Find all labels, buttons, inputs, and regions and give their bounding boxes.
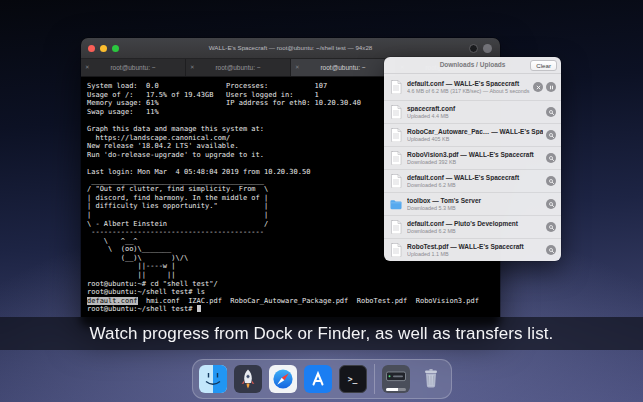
zoom-window-button[interactable] (112, 45, 119, 52)
transfer-row[interactable]: RoboTest.pdf — WALL-E's Spacecraft Uploa… (384, 239, 561, 261)
terminal-ls-output: default.conf hmi.conf IZAC.pdf RoboCar_A… (87, 297, 494, 306)
x-icon (535, 84, 542, 91)
window-titlebar[interactable]: WALL-E's Spacecraft — root@ubuntu: ~/she… (81, 38, 500, 59)
trash-dock-icon[interactable] (417, 365, 445, 393)
transfers-popover: Downloads / Uploads Clear default.conf —… (384, 57, 561, 261)
clear-button[interactable]: Clear (530, 60, 557, 71)
document-icon (390, 151, 402, 165)
document-icon (390, 243, 402, 257)
reveal-button[interactable] (546, 245, 556, 255)
pause-transfer-button[interactable] (546, 82, 556, 92)
document-icon (390, 80, 402, 94)
folder-icon (390, 199, 402, 210)
cancel-transfer-button[interactable] (533, 82, 543, 92)
traffic-lights (88, 45, 119, 52)
window-title: WALL-E's Spacecraft — root@ubuntu: ~/she… (111, 38, 470, 58)
transfer-name: RoboCar_Autoware_Pac… — WALL-E's Spacecr… (407, 128, 543, 135)
titlebar-icons (469, 44, 492, 53)
transfer-status: Downloaded 6.2 MB (407, 182, 543, 188)
transfer-name: default.conf — WALL-E's Spacecraft (407, 174, 543, 181)
transfer-row[interactable]: RoboCar_Autoware_Pac… — WALL-E's Spacecr… (384, 124, 561, 147)
transfer-name: default.conf — WALL-E's Spacecraft (407, 80, 530, 87)
terminal-dock-icon[interactable]: >_ (339, 365, 367, 393)
document-icon (390, 105, 402, 119)
terminal-line: ||----w | (87, 262, 494, 271)
minimize-window-button[interactable] (100, 45, 107, 52)
transfer-row[interactable]: default.conf — Pluto's Development Downl… (384, 216, 561, 239)
pause-icon (548, 84, 555, 91)
close-window-button[interactable] (88, 45, 95, 52)
tab-label: root@ubuntu: ~ (320, 64, 365, 71)
drive-dock-icon[interactable] (382, 365, 410, 393)
transfer-status: Downloaded 5.3 MB (407, 205, 543, 211)
document-icon (390, 128, 402, 142)
tab-label: root@ubuntu: ~ (110, 64, 155, 71)
transfer-row[interactable]: toolbox — Tom's Server Downloaded 5.3 MB (384, 193, 561, 216)
tab-3[interactable]: ✕ root@ubuntu: ~ (291, 59, 396, 76)
magnifier-icon (548, 201, 555, 208)
dock: >_ (192, 359, 452, 399)
reveal-button[interactable] (546, 222, 556, 232)
transfer-name: spacecraft.conf (407, 105, 543, 112)
reveal-button[interactable] (546, 199, 556, 209)
tab-1[interactable]: ✕ root@ubuntu: ~ (81, 59, 186, 76)
transfer-name: default.conf — Pluto's Development (407, 220, 543, 227)
document-icon (390, 174, 402, 188)
terminal-line: || || (87, 271, 494, 280)
document-icon (390, 220, 402, 234)
magnifier-icon (548, 109, 555, 116)
transfer-row[interactable]: RoboVision3.pdf — WALL-E's Spacecraft Do… (384, 147, 561, 170)
transfer-status: Downloaded 6.2 MB (407, 228, 543, 234)
transfer-status: Uploaded 4.4 MB (407, 113, 543, 119)
transfer-name: RoboTest.pdf — WALL-E's Spacecraft (407, 243, 543, 250)
terminal-prompt-line: root@ubuntu:~/shell test# (87, 305, 494, 314)
terminal-cursor (197, 305, 201, 312)
transfer-row[interactable]: default.conf — WALL-E's Spacecraft 4.6 M… (384, 74, 561, 101)
reveal-button[interactable] (546, 153, 556, 163)
transfer-row[interactable]: default.conf — WALL-E's Spacecraft Downl… (384, 170, 561, 193)
caption-text: Watch progress from Dock or Finder, as w… (90, 324, 554, 344)
transfers-toolbar-icon[interactable] (483, 44, 492, 53)
tab-2[interactable]: ✕ root@ubuntu: ~ (186, 59, 291, 76)
prompt-text: root@ubuntu:~/shell test# (87, 305, 197, 313)
ls-selected-file: default.conf (87, 297, 138, 305)
terminal-line: root@ubuntu:~# cd "shell test"/ (87, 280, 494, 289)
magnifier-icon (548, 155, 555, 162)
reveal-button[interactable] (546, 176, 556, 186)
app-store-dock-icon[interactable] (304, 365, 332, 393)
magnifier-icon (548, 224, 555, 231)
transfer-status: Uploaded 405 KB (407, 136, 543, 142)
tab-label: root@ubuntu: ~ (215, 64, 260, 71)
transfer-status: Downloaded 392 KB (407, 159, 543, 165)
launchpad-dock-icon[interactable] (234, 365, 262, 393)
transfer-row[interactable]: spacecraft.conf Uploaded 4.4 MB (384, 101, 561, 124)
transfer-status: 4.6 MB of 6.2 MB (317 KB/sec) — About 5 … (407, 88, 530, 94)
caption-band: Watch progress from Dock or Finder, as w… (0, 317, 643, 350)
transfer-name: RoboVision3.pdf — WALL-E's Spacecraft (407, 151, 543, 158)
tab-close-icon[interactable]: ✕ (295, 65, 300, 71)
terminal-line: root@ubuntu:~/shell test# ls (87, 288, 494, 297)
magnifier-icon (548, 178, 555, 185)
reveal-button[interactable] (546, 107, 556, 117)
finder-dock-icon[interactable] (199, 365, 227, 393)
dock-separator (374, 364, 375, 394)
ls-rest: hmi.conf IZAC.pdf RoboCar_Autoware_Packa… (138, 297, 479, 305)
transfer-name: toolbox — Tom's Server (407, 197, 543, 204)
transfers-list: default.conf — WALL-E's Spacecraft 4.6 M… (384, 74, 561, 261)
safari-dock-icon[interactable] (269, 365, 297, 393)
tab-close-icon[interactable]: ✕ (190, 65, 195, 71)
terminal-glyph: >_ (348, 375, 358, 384)
reveal-button[interactable] (546, 130, 556, 140)
magnifier-icon (548, 132, 555, 139)
dock-progress-fill (386, 388, 398, 391)
transfers-header: Downloads / Uploads Clear (384, 57, 561, 74)
transfer-status: Uploaded 1.1 MB (407, 251, 543, 257)
magnifier-icon (548, 247, 555, 254)
shell-status-icon[interactable] (469, 44, 478, 53)
dock-progress-bar (386, 388, 406, 391)
tab-close-icon[interactable]: ✕ (85, 65, 90, 71)
